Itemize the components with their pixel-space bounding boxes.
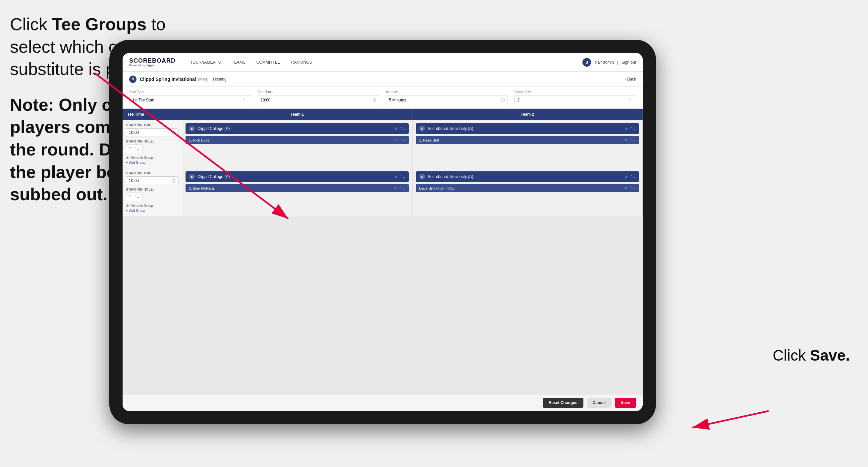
team1-icon-1: B xyxy=(189,126,195,132)
team1-name-1: Clippd College (A) xyxy=(197,126,392,131)
group-row-1: STARTING TIME: 10:00 🕙 STARTING HOLE: 1 … xyxy=(123,120,643,168)
user-avatar: B xyxy=(582,58,591,67)
start-time-group: Start Time 10:00 🕙 xyxy=(258,90,380,105)
team2-name-2: Scoreboard University (A) xyxy=(428,174,622,179)
tournament-gender: (Men) xyxy=(198,77,208,82)
player-expand-1-1[interactable]: ⌃⌄ xyxy=(400,138,405,142)
player-sub-2-2: (SUB) xyxy=(446,186,456,190)
remove-group-btn-2[interactable]: 🗑 Remove Group xyxy=(126,204,179,207)
settings-bar: Start Type 1st Tee Start ⌃⌄ Start Time 1… xyxy=(123,87,643,109)
player-expand-2-2[interactable]: ⌃⌄ xyxy=(630,186,636,190)
team1-name-2: Clippd College (A) xyxy=(197,174,392,179)
nav-items: TOURNAMENTS TEAMS COMMITTEE RANKINGS xyxy=(186,58,582,67)
add-group-btn-1[interactable]: + Add Group xyxy=(126,161,179,165)
start-type-label: Start Type xyxy=(129,90,251,94)
starting-time-input-2[interactable]: 10:05 🕙 xyxy=(126,176,179,185)
start-type-input[interactable]: 1st Tee Start ⌃⌄ xyxy=(129,95,251,105)
plus-icon-1: + xyxy=(126,161,128,165)
player-x-2-1[interactable]: ✕ xyxy=(624,138,627,142)
team2-icon-1: S xyxy=(419,126,425,132)
reset-changes-button[interactable]: Reset Changes xyxy=(542,398,583,408)
player-entry-1-1[interactable]: 1. Rich Butler ✕ ⌃⌄ xyxy=(186,136,409,144)
team1-panel-2: B Clippd College (A) ✕ ⌃⌄ 2. Blair McHar… xyxy=(182,168,412,216)
team2-icon-2: S xyxy=(419,174,425,180)
start-time-icon: 🕙 xyxy=(372,98,376,102)
clock-icon-2: 🕙 xyxy=(172,179,176,183)
tablet-frame: SCOREBOARD Powered by clippd TOURNAMENTS… xyxy=(109,40,656,424)
nav-tournaments[interactable]: TOURNAMENTS xyxy=(186,58,225,67)
click-save-label: Click Save. xyxy=(773,346,850,364)
start-time-input[interactable]: 10:00 🕙 xyxy=(258,95,380,105)
team1-entry-2[interactable]: B Clippd College (A) ✕ ⌃⌄ xyxy=(186,171,409,182)
starting-hole-label-1: STARTING HOLE: xyxy=(126,140,179,143)
col-team2: Team 2 xyxy=(412,109,643,120)
team1-panel-1: B Clippd College (A) ✕ ⌃⌄ 1. Rich Butler… xyxy=(182,120,412,168)
group-row-2: STARTING TIME: 10:05 🕙 STARTING HOLE: 1 … xyxy=(123,168,643,216)
logo-area: SCOREBOARD Powered by clippd xyxy=(129,58,176,67)
add-group-btn-2[interactable]: + Add Group xyxy=(126,209,179,212)
player-x-1-1[interactable]: ✕ xyxy=(394,138,397,142)
trash-icon-1: 🗑 xyxy=(126,156,129,159)
intervals-input[interactable]: 5 Minutes 🕙 xyxy=(386,95,508,105)
player-entry-1-2[interactable]: 2. Blair McHarg ✕ ⌃⌄ xyxy=(186,184,409,192)
tablet-screen: SCOREBOARD Powered by clippd TOURNAMENTS… xyxy=(123,53,643,411)
intervals-label: Intervals xyxy=(386,90,508,94)
starting-time-label-1: STARTING TIME: xyxy=(126,123,179,127)
back-link[interactable]: ‹ Back xyxy=(625,77,636,82)
starting-hole-input-1[interactable]: 1 ⌃⌄ xyxy=(126,145,143,153)
team1-x-2[interactable]: ✕ xyxy=(395,175,398,179)
col-tee-time: Tee Time xyxy=(123,109,182,120)
player-name-1-1: 1. Rich Butler xyxy=(189,138,391,142)
clock-icon-1: 🕙 xyxy=(172,131,176,135)
hosting-badge: Hosting xyxy=(213,77,227,82)
logo-powered: Powered by clippd xyxy=(129,64,176,67)
team2-panel-2: S Scoreboard University (A) ✕ ⌃⌄ Dave Bi… xyxy=(412,168,643,216)
nav-committee[interactable]: COMMITTEE xyxy=(252,58,285,67)
tee-time-panel-2: STARTING TIME: 10:05 🕙 STARTING HOLE: 1 … xyxy=(123,168,182,216)
nav-rankings[interactable]: RANKINGS xyxy=(286,58,317,67)
col-team1: Team 1 xyxy=(182,109,412,120)
group-size-input[interactable]: 2 ⌃⌄ xyxy=(515,95,637,105)
team2-x-2[interactable]: ✕ xyxy=(625,175,628,179)
start-time-label: Start Time xyxy=(258,90,380,94)
team2-expand-1[interactable]: ⌃⌄ xyxy=(630,126,636,131)
player-entry-2-2[interactable]: Dave Billingham (SUB) ✕ ⌃⌄ xyxy=(416,184,639,192)
player-x-2-2[interactable]: ✕ xyxy=(624,186,627,190)
player-entry-2-1[interactable]: 1. Rees Britt ✕ ⌃⌄ xyxy=(416,136,639,144)
team2-name-1: Scoreboard University (A) xyxy=(428,126,622,131)
nav-sign-out[interactable]: Sign out xyxy=(621,60,636,65)
team2-x-1[interactable]: ✕ xyxy=(625,126,628,131)
team1-icon-2: B xyxy=(189,174,195,180)
player-expand-1-2[interactable]: ⌃⌄ xyxy=(400,186,405,190)
hole-arrow-1: ⌃⌄ xyxy=(134,147,140,150)
start-type-group: Start Type 1st Tee Start ⌃⌄ xyxy=(129,90,251,105)
svg-line-3 xyxy=(692,411,769,428)
team2-controls-1: ✕ ⌃⌄ xyxy=(625,126,636,131)
starting-time-input-1[interactable]: 10:00 🕙 xyxy=(126,128,179,137)
tournament-badge: B xyxy=(129,76,136,83)
save-button[interactable]: Save xyxy=(615,398,636,408)
team2-expand-2[interactable]: ⌃⌄ xyxy=(630,175,636,179)
team1-x-1[interactable]: ✕ xyxy=(395,126,398,131)
tournament-name: Clippd Spring Invitational xyxy=(140,77,196,82)
player-x-1-2[interactable]: ✕ xyxy=(394,186,397,190)
starting-hole-input-2[interactable]: 1 ⌃⌄ xyxy=(126,193,143,201)
player-name-2-1: 1. Rees Britt xyxy=(419,138,621,142)
remove-group-btn-1[interactable]: 🗑 Remove Group xyxy=(126,156,179,159)
nav-teams[interactable]: TEAMS xyxy=(227,58,250,67)
table-header: Tee Time Team 1 Team 2 xyxy=(123,109,643,120)
team1-entry-1[interactable]: B Clippd College (A) ✕ ⌃⌄ xyxy=(186,123,409,134)
team1-expand-2[interactable]: ⌃⌄ xyxy=(400,175,405,179)
top-nav: SCOREBOARD Powered by clippd TOURNAMENTS… xyxy=(123,53,643,71)
team2-panel-1: S Scoreboard University (A) ✕ ⌃⌄ 1. Rees… xyxy=(412,120,643,168)
nav-right: B blair admin | Sign out xyxy=(582,58,636,67)
cancel-button[interactable]: Cancel xyxy=(587,398,612,408)
intervals-icon: 🕙 xyxy=(501,98,505,102)
trash-icon-2: 🗑 xyxy=(126,204,129,207)
group-size-arrow: ⌃⌄ xyxy=(628,98,633,102)
team1-expand-1[interactable]: ⌃⌄ xyxy=(400,126,405,131)
team2-entry-2[interactable]: S Scoreboard University (A) ✕ ⌃⌄ xyxy=(416,171,639,182)
player-expand-2-1[interactable]: ⌃⌄ xyxy=(630,138,636,142)
player-name-2-2: Dave Billingham (SUB) xyxy=(419,186,621,190)
team2-entry-1[interactable]: S Scoreboard University (A) ✕ ⌃⌄ xyxy=(416,123,639,134)
